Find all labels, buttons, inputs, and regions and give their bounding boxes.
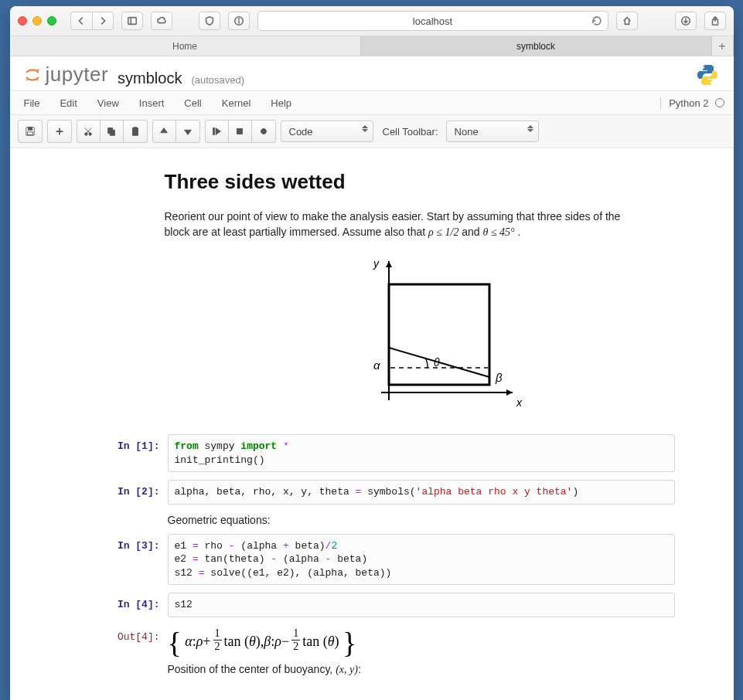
in-prompt-3: In [3]: [103, 534, 168, 552]
interrupt-button[interactable] [229, 121, 252, 142]
in-prompt-4: In [4]: [103, 593, 168, 610]
sidebar-toggle-button[interactable] [121, 12, 143, 30]
insert-cell-button[interactable] [48, 121, 71, 142]
code-cell-2[interactable]: In [2]: alpha, beta, rho, x, y, theta = … [103, 480, 675, 505]
move-down-button[interactable] [176, 121, 199, 142]
svg-text:θ: θ [434, 356, 440, 369]
jupyter-toolbar: Code Cell Toolbar: None [10, 115, 734, 148]
save-button[interactable] [19, 121, 42, 142]
code-input-2[interactable]: alpha, beta, rho, x, y, theta = symbols(… [168, 480, 675, 505]
jupyter-logo: jupyter [24, 63, 109, 87]
kernel-idle-icon [715, 98, 724, 107]
menu-cell[interactable]: Cell [184, 97, 201, 109]
kernel-indicator: Python 2 [660, 97, 724, 109]
home-button[interactable] [616, 12, 638, 30]
nav-forward-button[interactable] [92, 12, 114, 30]
share-button[interactable] [704, 12, 726, 30]
downloads-button[interactable] [675, 12, 697, 30]
notebook-title[interactable]: symblock [118, 70, 182, 87]
markdown-heading: Three sides wetted [165, 170, 659, 194]
svg-rect-29 [213, 128, 215, 135]
svg-point-9 [37, 69, 39, 71]
code-input-3[interactable]: e1 = rho - (alpha + beta)/2 e2 = tan(the… [168, 534, 675, 586]
code-cell-1[interactable]: In [1]: from sympy import * init_printin… [103, 434, 675, 472]
svg-point-12 [702, 66, 704, 68]
address-bar[interactable]: localhost [257, 11, 608, 31]
menu-view[interactable]: View [97, 97, 119, 109]
menu-file[interactable]: File [24, 97, 40, 109]
svg-text:β: β [495, 371, 503, 384]
zoom-window-button[interactable] [47, 16, 56, 25]
close-window-button[interactable] [18, 16, 27, 25]
svg-point-4 [238, 19, 239, 19]
menu-edit[interactable]: Edit [60, 97, 77, 109]
browser-window: localhost Home symblock + [10, 6, 734, 700]
svg-text:α: α [373, 358, 380, 372]
svg-rect-15 [28, 127, 32, 131]
geom-label: Geometric equations: [168, 512, 675, 526]
svg-point-13 [710, 81, 711, 83]
svg-point-11 [36, 79, 38, 80]
out-prompt-4: Out[4]: [103, 625, 168, 643]
menu-kernel[interactable]: Kernel [222, 97, 251, 109]
cut-button[interactable] [77, 121, 101, 142]
svg-rect-24 [110, 130, 114, 135]
svg-text:y: y [373, 257, 380, 270]
markdown-paragraph-1: Reorient our point of view to make the a… [165, 209, 644, 240]
svg-rect-16 [27, 132, 32, 135]
code-cell-4[interactable]: In [4]: s12 [103, 593, 675, 617]
menu-help[interactable]: Help [271, 97, 291, 109]
output-math-4: { α : ρ + 12 tan (θ), β : ρ − 12 tan (θ)… [168, 625, 675, 654]
in-prompt-2: In [2]: [103, 480, 168, 498]
jupyter-menubar: File Edit View Insert Cell Kernel Help P… [10, 90, 734, 115]
cell-type-select[interactable]: Code [281, 121, 373, 142]
code-input-1[interactable]: from sympy import * init_printing() [168, 434, 675, 472]
svg-rect-0 [128, 18, 136, 25]
svg-rect-31 [237, 129, 243, 134]
restart-button[interactable] [252, 121, 275, 142]
cell-toolbar-label: Cell Toolbar: [383, 126, 438, 138]
svg-marker-30 [216, 128, 220, 135]
output-cell-4: Out[4]: { α : ρ + 12 tan (θ), β : ρ − 12… [103, 625, 675, 654]
privacy-report-button[interactable] [199, 12, 220, 30]
svg-rect-26 [134, 127, 137, 129]
reload-icon[interactable] [591, 15, 603, 29]
svg-rect-25 [132, 128, 138, 136]
in-prompt-1: In [1]: [103, 434, 168, 452]
icloud-tabs-button[interactable] [151, 12, 172, 30]
pos-label: Position of the center of buoyancy, (x, … [168, 661, 675, 676]
run-button[interactable] [206, 121, 229, 142]
site-info-button[interactable] [228, 12, 250, 30]
move-up-button[interactable] [153, 121, 176, 142]
svg-rect-38 [389, 284, 489, 385]
browser-tabs: Home symblock + [10, 36, 734, 56]
markdown-pos: Position of the center of buoyancy, (x, … [103, 661, 675, 676]
address-text: localhost [413, 15, 452, 27]
minimize-window-button[interactable] [32, 16, 42, 25]
nav-back-button[interactable] [70, 12, 92, 30]
kernel-name: Python 2 [669, 97, 708, 109]
jupyter-header: jupyter symblock (autosaved) [10, 56, 734, 90]
autosave-status: (autosaved) [191, 74, 244, 86]
code-input-4[interactable]: s12 [168, 593, 675, 617]
svg-text:x: x [516, 396, 523, 409]
svg-marker-28 [184, 130, 191, 134]
svg-marker-33 [506, 389, 513, 396]
svg-marker-27 [161, 128, 168, 133]
menu-insert[interactable]: Insert [139, 97, 165, 109]
cell-type-value: Code [289, 126, 313, 138]
browser-tab-home[interactable]: Home [10, 36, 361, 56]
svg-marker-36 [386, 261, 392, 267]
markdown-geom: Geometric equations: [103, 512, 675, 526]
geometry-diagram: x y θ α β [296, 253, 528, 419]
notebook-body: Three sides wetted Reorient our point of… [10, 148, 734, 700]
cell-toolbar-select[interactable]: None [446, 121, 539, 142]
cell-toolbar-value: None [455, 126, 479, 138]
browser-tab-symblock[interactable]: symblock [361, 36, 712, 56]
browser-chrome: localhost Home symblock + [10, 6, 734, 56]
code-cell-3[interactable]: In [3]: e1 = rho - (alpha + beta)/2 e2 =… [103, 534, 675, 586]
paste-button[interactable] [124, 121, 147, 142]
svg-point-10 [26, 79, 27, 80]
new-tab-button[interactable]: + [712, 36, 734, 56]
copy-button[interactable] [101, 121, 124, 142]
